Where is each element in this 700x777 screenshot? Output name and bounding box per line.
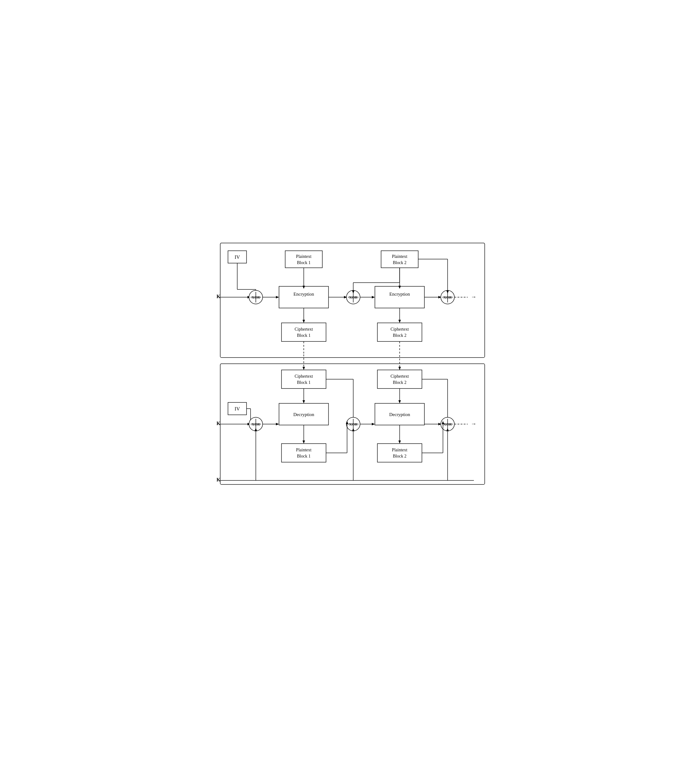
plaintext-block1-box (285, 251, 322, 268)
ciphertext-block2-dec-input-label1: Ciphertext (390, 374, 408, 379)
enc2-label: Encryption (389, 292, 410, 297)
enc-box2 (375, 286, 424, 308)
ciphertext-block1-dec-input-label1: Ciphertext (295, 374, 313, 379)
iv-enc-label: IV (235, 254, 240, 260)
svg-marker-67 (398, 441, 401, 444)
xor2-enc-label: XOR (349, 295, 358, 300)
plaintext-block1-label2: Block 1 (297, 260, 310, 265)
ciphertext-block2-enc-label2: Block 2 (393, 333, 407, 338)
xor2-dec-label: XOR (349, 422, 358, 426)
svg-marker-46 (398, 400, 401, 403)
ciphertext-block2-dec-input-box (377, 370, 422, 389)
plaintext-out-block2-label2: Block 2 (393, 454, 407, 458)
plaintext-out-block1-label1: Plaintext (296, 448, 312, 452)
svg-marker-23 (372, 296, 375, 298)
xor1-dec-label: XOR (252, 422, 260, 426)
dec1-label: Decryption (293, 412, 314, 417)
plaintext-block1-label1: Plaintext (296, 254, 312, 259)
ellipsis-dec: → (471, 421, 477, 427)
svg-marker-14 (303, 320, 305, 323)
key-enc-label: K (217, 294, 220, 299)
plaintext-block2-box (381, 251, 418, 268)
svg-marker-56 (276, 423, 279, 425)
ciphertext-block1-enc-label1: Ciphertext (295, 327, 313, 331)
diagram-container: K IV XOR Encryption Plaintext Block 1 (211, 234, 489, 543)
ciphertext-block2-enc-label1: Ciphertext (390, 327, 408, 331)
svg-marker-65 (372, 423, 375, 425)
svg-marker-10 (276, 296, 279, 298)
plaintext-block2-label2: Block 2 (393, 260, 407, 265)
xor3-enc-label: XOR (443, 295, 452, 300)
ellipsis-enc: → (471, 294, 477, 300)
plaintext-block2-label1: Plaintext (392, 254, 407, 259)
enc1-label: Encryption (293, 292, 314, 297)
enc-box1 (279, 286, 328, 308)
svg-marker-33 (398, 367, 401, 370)
ciphertext-block1-enc-label2: Block 1 (297, 333, 310, 338)
xor1-enc-label: XOR (252, 295, 260, 300)
svg-marker-31 (398, 320, 401, 323)
plaintext-out-block2-box (377, 444, 422, 462)
svg-marker-17 (303, 367, 305, 370)
xor3-dec-label: XOR (443, 422, 452, 426)
key-dec-label: K (217, 421, 220, 426)
dec2-label: Decryption (389, 412, 410, 417)
svg-marker-58 (303, 441, 305, 444)
ciphertext-block2-enc-box (377, 323, 422, 341)
ciphertext-block1-enc-box (282, 323, 326, 341)
plaintext-out-block2-label1: Plaintext (392, 448, 407, 452)
key-dec-bottom-label: K (217, 477, 220, 482)
plaintext-out-block1-label2: Block 1 (297, 454, 310, 458)
plaintext-out-block1-box (282, 444, 326, 462)
ciphertext-block2-dec-input-label2: Block 2 (393, 380, 407, 385)
ciphertext-block1-dec-input-box (282, 370, 326, 389)
svg-marker-44 (303, 400, 305, 403)
iv-dec-label: IV (235, 406, 240, 411)
ciphertext-block1-dec-input-label2: Block 1 (297, 380, 310, 385)
